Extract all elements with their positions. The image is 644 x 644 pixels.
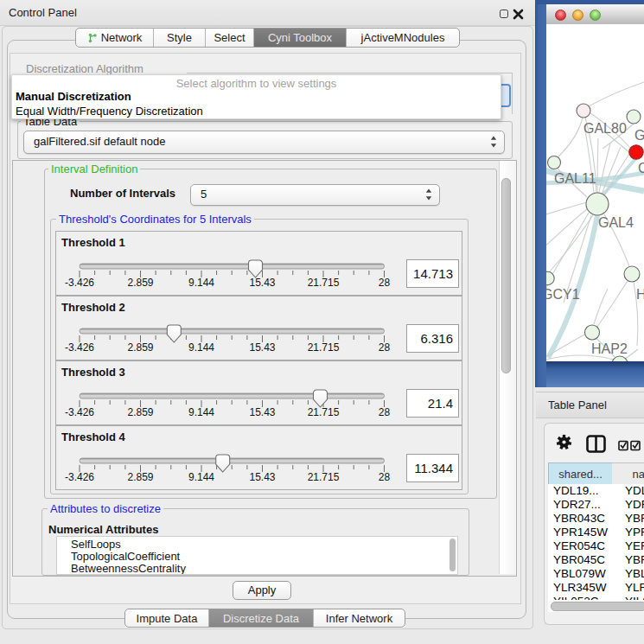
svg-text:GAL4: GAL4 [598, 215, 634, 230]
svg-text:C...: C... [638, 161, 644, 175]
svg-text:HAP2: HAP2 [591, 341, 628, 356]
svg-text:G...: G... [634, 128, 644, 143]
svg-text:GAL80: GAL80 [583, 121, 627, 136]
svg-text:GAL11: GAL11 [554, 171, 596, 186]
svg-text:H...: H... [636, 287, 644, 302]
svg-text:GCY1: GCY1 [546, 287, 580, 302]
